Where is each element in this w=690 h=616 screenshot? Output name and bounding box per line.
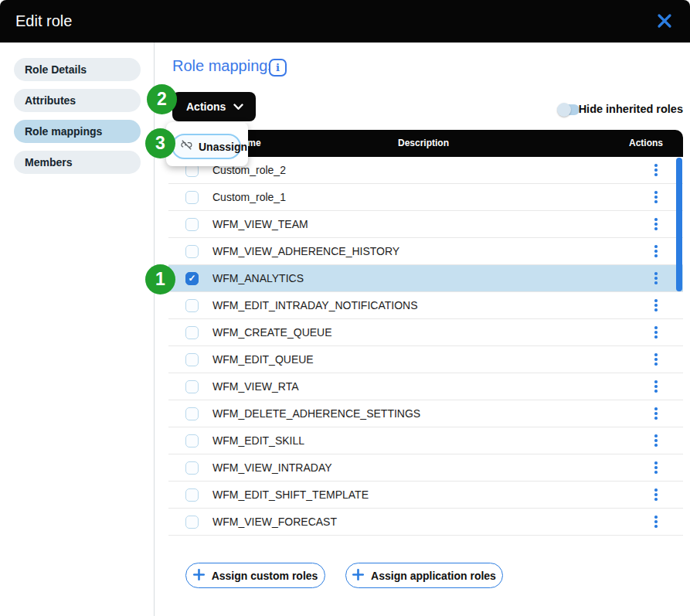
sidebar-item-role-details[interactable]: Role Details [14, 58, 141, 81]
annotation-circle-3: 3 [145, 128, 175, 158]
row-checkbox[interactable] [185, 245, 199, 258]
edit-role-dialog: Edit role Role Details Attributes Role m… [0, 0, 690, 616]
row-checkbox[interactable] [185, 461, 199, 475]
role-mappings-table: Name Description Actions Custom_role_2 C… [168, 130, 683, 536]
kebab-menu-icon[interactable] [649, 487, 663, 502]
role-name: WFM_VIEW_TEAM [212, 218, 429, 230]
info-icon[interactable]: i [269, 59, 287, 77]
table-row[interactable]: WFM_ANALYTICS [168, 265, 683, 292]
kebab-menu-icon[interactable] [649, 189, 663, 205]
row-checkbox[interactable] [185, 488, 199, 502]
role-name: WFM_CREATE_QUEUE [212, 326, 429, 339]
role-name: WFM_ANALYTICS [212, 272, 429, 284]
table-row[interactable]: WFM_CREATE_QUEUE [168, 319, 683, 346]
vertical-scrollbar[interactable] [676, 158, 682, 291]
actions-dropdown-panel: Unassign [166, 122, 248, 166]
kebab-menu-icon[interactable] [649, 514, 663, 529]
role-name: WFM_EDIT_SKILL [212, 434, 429, 447]
role-name: WFM_VIEW_ADHERENCE_HISTORY [212, 245, 429, 257]
row-checkbox[interactable] [185, 380, 199, 393]
hide-inherited-roles-toggle[interactable] [557, 101, 580, 117]
role-name: Custom_role_2 [212, 164, 429, 176]
sidebar-item-members[interactable]: Members [14, 151, 141, 174]
toggle-knob [557, 103, 571, 117]
dialog-header: Edit role [0, 0, 690, 43]
kebab-menu-icon[interactable] [649, 243, 663, 259]
kebab-menu-icon[interactable] [649, 406, 663, 421]
kebab-menu-icon[interactable] [649, 352, 663, 367]
plus-icon [193, 569, 205, 583]
kebab-menu-icon[interactable] [649, 460, 663, 475]
table-row[interactable]: WFM_DELETE_ADHERENCE_SETTINGS [168, 400, 683, 427]
annotation-circle-2: 2 [147, 84, 177, 114]
role-name: WFM_DELETE_ADHERENCE_SETTINGS [212, 407, 429, 420]
dialog-title: Edit role [15, 0, 72, 43]
role-name: WFM_EDIT_SHIFT_TEMPLATE [212, 488, 429, 501]
row-checkbox[interactable] [185, 272, 199, 285]
sidebar-item-attributes[interactable]: Attributes [14, 89, 141, 112]
assign-custom-roles-button[interactable]: Assign custom roles [185, 563, 325, 588]
close-icon [657, 13, 672, 31]
kebab-menu-icon[interactable] [649, 298, 663, 313]
kebab-menu-icon[interactable] [649, 271, 663, 286]
kebab-menu-icon[interactable] [649, 433, 663, 448]
page-title: Role mappings [172, 57, 275, 75]
sidebar: Role Details Attributes Role mappings Me… [0, 43, 155, 616]
table-body: Custom_role_2 Custom_role_1 WFM_VIEW_TEA… [168, 157, 683, 536]
kebab-menu-icon[interactable] [649, 325, 663, 340]
table-row[interactable]: WFM_EDIT_SKILL [168, 427, 683, 454]
table-row[interactable]: WFM_VIEW_INTRADAY [168, 454, 683, 482]
assign-custom-roles-label: Assign custom roles [212, 570, 318, 582]
kebab-menu-icon[interactable] [649, 379, 663, 394]
assign-application-roles-button[interactable]: Assign application roles [345, 563, 503, 588]
hide-inherited-roles-label: Hide inherited roles [579, 103, 683, 115]
table-row[interactable]: WFM_VIEW_TEAM [168, 211, 683, 238]
annotation-circle-1: 1 [145, 264, 175, 294]
link-off-icon [180, 138, 193, 155]
row-checkbox[interactable] [185, 191, 199, 204]
actions-button-label: Actions [186, 100, 226, 113]
row-checkbox[interactable] [185, 218, 199, 231]
table-row[interactable]: WFM_VIEW_FORECAST [168, 509, 683, 536]
table-row[interactable]: WFM_VIEW_ADHERENCE_HISTORY [168, 238, 683, 265]
unassign-menu-item[interactable]: Unassign [172, 134, 241, 159]
row-checkbox[interactable] [185, 353, 199, 366]
row-checkbox[interactable] [185, 434, 199, 448]
role-name: Custom_role_1 [212, 191, 429, 203]
role-name: WFM_EDIT_INTRADAY_NOTIFICATIONS [212, 299, 429, 311]
table-row[interactable]: WFM_EDIT_SHIFT_TEMPLATE [168, 482, 683, 509]
sidebar-item-role-mappings[interactable]: Role mappings [14, 120, 141, 143]
row-checkbox[interactable] [185, 326, 199, 339]
kebab-menu-icon[interactable] [649, 216, 663, 232]
kebab-menu-icon[interactable] [649, 162, 663, 178]
role-name: WFM_EDIT_QUEUE [212, 353, 429, 366]
unassign-label: Unassign [199, 141, 247, 153]
column-header-actions: Actions [629, 130, 663, 157]
column-header-description: Description [398, 130, 449, 157]
row-checkbox[interactable] [185, 407, 199, 420]
table-row[interactable]: WFM_EDIT_QUEUE [168, 346, 683, 373]
table-row[interactable]: Custom_role_1 [168, 184, 683, 211]
table-row[interactable]: WFM_VIEW_RTA [168, 373, 683, 400]
row-checkbox[interactable] [185, 516, 199, 529]
plus-icon [352, 569, 364, 583]
role-name: WFM_VIEW_FORECAST [212, 516, 429, 528]
row-checkbox[interactable] [185, 299, 199, 312]
role-name: WFM_VIEW_RTA [212, 380, 429, 393]
actions-button[interactable]: Actions [172, 92, 256, 121]
chevron-down-icon [233, 100, 243, 113]
table-row[interactable]: WFM_EDIT_INTRADAY_NOTIFICATIONS [168, 292, 683, 319]
close-button[interactable] [655, 12, 674, 31]
role-name: WFM_VIEW_INTRADAY [212, 461, 429, 474]
assign-application-roles-label: Assign application roles [371, 570, 496, 582]
